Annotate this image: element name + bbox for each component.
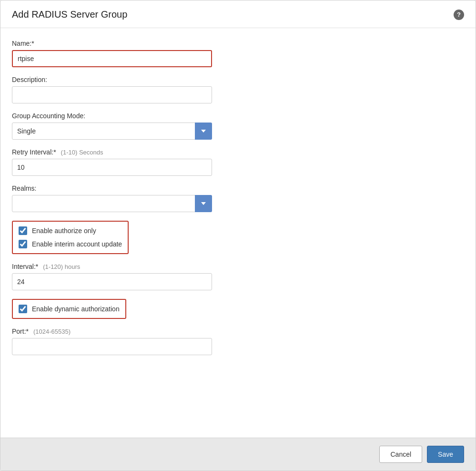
- description-label: Description:: [12, 76, 464, 83]
- port-label: Port:*: [12, 328, 29, 335]
- name-input[interactable]: [12, 50, 212, 67]
- interval-hint: (1-120) hours: [43, 263, 80, 270]
- realms-group: Realms:: [12, 184, 464, 212]
- realms-select-wrapper: [12, 195, 212, 212]
- enable-authorize-only-checkbox[interactable]: [19, 226, 27, 235]
- group-accounting-group: Group Accounting Mode: Single Multiple: [12, 112, 464, 140]
- description-input[interactable]: [12, 86, 212, 103]
- port-group: Port:* (1024-65535): [12, 328, 464, 355]
- group-accounting-label: Group Accounting Mode:: [12, 112, 464, 120]
- dialog-header: Add RADIUS Server Group ?: [0, 0, 476, 28]
- enable-authorize-only-item[interactable]: Enable authorize only: [19, 226, 122, 235]
- dialog-body: Name:* Description: Group Accounting Mod…: [0, 28, 476, 438]
- realms-select[interactable]: [12, 195, 212, 212]
- retry-interval-group: Retry Interval:* (1-10) Seconds: [12, 148, 464, 176]
- enable-interim-update-checkbox[interactable]: [19, 240, 27, 248]
- port-hint: (1024-65535): [33, 328, 71, 335]
- interval-label: Interval:*: [12, 263, 38, 270]
- enable-dynamic-auth-checkbox[interactable]: [19, 305, 27, 313]
- dialog-title: Add RADIUS Server Group: [12, 9, 127, 20]
- dynamic-auth-group[interactable]: Enable dynamic authorization: [12, 299, 126, 319]
- interval-label-row: Interval:* (1-120) hours: [12, 263, 464, 273]
- enable-interim-update-item[interactable]: Enable interim account update: [19, 240, 122, 248]
- name-label: Name:*: [12, 40, 464, 47]
- save-button[interactable]: Save: [427, 446, 464, 463]
- help-icon[interactable]: ?: [454, 10, 464, 20]
- retry-interval-hint: (1-10) Seconds: [61, 149, 103, 156]
- dialog-footer: Cancel Save: [0, 438, 476, 471]
- realms-label: Realms:: [12, 184, 464, 192]
- enable-authorize-only-label: Enable authorize only: [32, 227, 96, 235]
- port-label-row: Port:* (1024-65535): [12, 328, 464, 338]
- add-radius-server-group-dialog: Add RADIUS Server Group ? Name:* Descrip…: [0, 0, 476, 471]
- retry-interval-label-row: Retry Interval:* (1-10) Seconds: [12, 148, 464, 159]
- description-group: Description:: [12, 76, 464, 103]
- group-accounting-select-wrapper: Single Multiple: [12, 123, 212, 140]
- enable-dynamic-auth-label: Enable dynamic authorization: [32, 305, 120, 313]
- enable-interim-update-label: Enable interim account update: [32, 240, 122, 248]
- retry-interval-input[interactable]: [12, 159, 212, 176]
- cancel-button[interactable]: Cancel: [379, 446, 422, 463]
- name-group: Name:*: [12, 40, 464, 67]
- interval-group: Interval:* (1-120) hours: [12, 263, 464, 290]
- group-accounting-select[interactable]: Single Multiple: [12, 123, 212, 140]
- retry-interval-label: Retry Interval:*: [12, 148, 56, 156]
- interval-input[interactable]: [12, 273, 212, 290]
- port-input[interactable]: [12, 338, 212, 355]
- authorize-options-group: Enable authorize only Enable interim acc…: [12, 221, 129, 254]
